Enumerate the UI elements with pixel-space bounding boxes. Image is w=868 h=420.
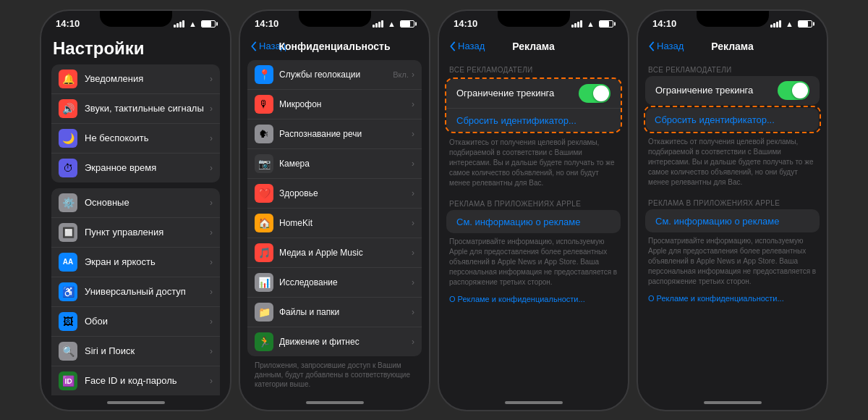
privacy-item-camera[interactable]: 📷 Камера ›: [247, 149, 422, 179]
ad-back-button-3[interactable]: Назад: [449, 41, 485, 51]
home-indicator-1: [41, 395, 230, 410]
privacy-item-files[interactable]: 📁 Файлы и папки ›: [247, 298, 422, 327]
apple-ads-desc-3: Просматривайте информацию, используемую …: [439, 234, 628, 293]
privacy-item-health[interactable]: ❤️ Здоровье ›: [247, 179, 422, 209]
privacy-item-research[interactable]: 📊 Исследование ›: [247, 268, 422, 298]
tracking-row-4[interactable]: Ограничение трекинга: [645, 76, 820, 105]
privacy-item-motion[interactable]: 🏃 Движение и фитнес ›: [247, 327, 422, 356]
apple-ads-desc-4: Просматривайте информацию, используемую …: [638, 233, 827, 293]
ad-nav-title-3: Реклама: [512, 41, 555, 52]
faceid-icon: 🆔: [59, 371, 77, 390]
apple-ads-label-3: См. информацию о рекламе: [456, 217, 581, 227]
phones-container: 14:10 ▲ Настройки 🔔: [0, 0, 868, 420]
settings-item-control[interactable]: 🔲 Пункт управления ›: [51, 218, 220, 248]
back-chevron-icon-4: [648, 41, 655, 51]
sounds-label: Звуки, тактильные сигналы: [85, 103, 210, 114]
motion-icon: 🏃: [255, 332, 273, 351]
microphone-label: Микрофон: [279, 99, 412, 109]
tracking-row-3[interactable]: Ограничение трекинга: [446, 79, 621, 108]
settings-content: Настройки 🔔 Уведомления › 🔊 Звуки, такти…: [41, 34, 230, 395]
location-label: Службы геолокации: [279, 70, 393, 80]
privacy-item-media[interactable]: 🎵 Медиа и Apple Music ›: [247, 238, 422, 268]
signal-icon-4: [770, 20, 781, 28]
settings-item-faceid[interactable]: 🆔 Face ID и код-пароль ›: [51, 366, 220, 395]
camera-label: Камера: [279, 159, 412, 169]
phone-3-advertising: 14:10 ▲ Назад Реклама В: [438, 9, 629, 411]
sounds-icon: 🔊: [59, 99, 77, 118]
microphone-icon: 🎙: [255, 95, 273, 114]
settings-item-sounds[interactable]: 🔊 Звуки, тактильные сигналы ›: [51, 94, 220, 124]
media-label: Медиа и Apple Music: [279, 248, 412, 258]
settings-item-general[interactable]: ⚙️ Основные ›: [51, 188, 220, 218]
phone-1-settings: 14:10 ▲ Настройки 🔔: [40, 9, 231, 411]
ad-nav-bar-4: Назад Реклама: [638, 34, 827, 60]
homekit-label: HomeKit: [279, 218, 412, 228]
time-3: 14:10: [454, 18, 477, 29]
battery-icon-1: [201, 20, 216, 28]
notifications-label: Уведомления: [85, 73, 210, 84]
battery-icon-4: [798, 20, 812, 28]
faceid-label: Face ID и код-пароль: [85, 375, 210, 386]
settings-item-siri[interactable]: 🔍 Siri и Поиск ›: [51, 337, 220, 366]
status-icons-3: ▲: [571, 20, 613, 28]
battery-icon-2: [400, 20, 414, 28]
settings-item-screen-time[interactable]: ⏱ Экранное время ›: [51, 154, 220, 182]
settings-item-accessibility[interactable]: ♿ Универсальный доступ ›: [51, 277, 220, 307]
apple-ads-section-title-4: РЕКЛАМА В ПРИЛОЖЕНИЯХ APPLE: [638, 193, 827, 209]
phone-4-advertising: 14:10 ▲ Назад Реклама В: [637, 9, 828, 411]
settings-item-notifications[interactable]: 🔔 Уведомления ›: [51, 64, 220, 94]
tracking-label-4: Ограничение трекинга: [655, 85, 753, 96]
reset-label-3: Сбросить идентификатор...: [456, 115, 576, 126]
screen-time-label: Экранное время: [85, 162, 210, 173]
motion-label: Движение и фитнес: [279, 337, 412, 347]
wifi-icon-3: ▲: [587, 20, 595, 28]
accessibility-icon: ♿: [59, 282, 77, 301]
ad-content-4: ВСЕ РЕКЛАМОДАТЕЛИ Ограничение трекинга С…: [638, 60, 827, 395]
wifi-icon-4: ▲: [786, 20, 793, 28]
research-icon: 📊: [255, 273, 273, 292]
privacy-item-microphone[interactable]: 🎙 Микрофон ›: [247, 90, 422, 119]
home-indicator-3: [439, 395, 628, 410]
back-chevron-icon-3: [449, 41, 456, 51]
reset-id-row-4[interactable]: Сбросить идентификатор...: [646, 108, 819, 131]
ad-section-title-4: ВСЕ РЕКЛАМОДАТЕЛИ: [638, 60, 827, 76]
privacy-item-homekit[interactable]: 🏠 HomeKit ›: [247, 209, 422, 238]
privacy-item-location[interactable]: 📍 Службы геолокации Вкл. ›: [247, 60, 422, 90]
ad-nav-bar-3: Назад Реклама: [439, 34, 628, 60]
ad-back-button-4[interactable]: Назад: [648, 41, 684, 51]
settings-item-wallpaper[interactable]: 🖼 Обои ›: [51, 307, 220, 337]
settings-item-display[interactable]: AA Экран и яркость ›: [51, 248, 220, 277]
reset-highlight-box-4: Сбросить идентификатор...: [644, 106, 821, 133]
health-icon: ❤️: [255, 184, 273, 203]
location-value: Вкл.: [393, 70, 409, 79]
display-label: Экран и яркость: [85, 256, 210, 267]
ad-content-3: ВСЕ РЕКЛАМОДАТЕЛИ Ограничение трекинга С…: [439, 60, 628, 395]
privacy-link-3[interactable]: О Рекламе и конфиденциальности...: [439, 293, 628, 306]
privacy-item-speech[interactable]: 🗣 Распознавание речи ›: [247, 119, 422, 149]
dnd-icon: 🌙: [59, 129, 77, 148]
settings-item-dnd[interactable]: 🌙 Не беспокоить ›: [51, 124, 220, 154]
tracking-toggle-3[interactable]: [579, 84, 610, 103]
apple-ads-label-4: См. информацию о рекламе: [655, 216, 780, 227]
ad-desc-3: Откажитесь от получения целевой рекламы,…: [439, 135, 628, 194]
signal-icon-1: [174, 20, 184, 28]
privacy-nav-bar: Назад Конфиденциальность: [240, 34, 429, 60]
main-settings-group: ⚙️ Основные › 🔲 Пункт управления › AA Эк…: [51, 188, 220, 395]
apple-ads-row-3[interactable]: См. информацию о рекламе: [446, 210, 621, 233]
privacy-main-list: 📍 Службы геолокации Вкл. › 🎙 Микрофон › …: [240, 60, 429, 356]
speech-icon: 🗣: [255, 125, 273, 143]
status-icons-2: ▲: [373, 20, 414, 28]
dnd-label: Не беспокоить: [85, 133, 210, 143]
ad-section-title-3: ВСЕ РЕКЛАМОДАТЕЛИ: [439, 60, 628, 76]
status-icons-1: ▲: [174, 20, 216, 28]
ad-nav-title-4: Реклама: [711, 41, 754, 52]
tracking-toggle-4[interactable]: [778, 81, 809, 100]
apple-ads-row-4[interactable]: См. информацию о рекламе: [645, 209, 820, 232]
general-icon: ⚙️: [59, 193, 77, 212]
reset-id-row-3[interactable]: Сбросить идентификатор...: [446, 108, 621, 132]
camera-icon: 📷: [255, 154, 273, 173]
privacy-footnote: Приложения, запросившие доступ к Вашим д…: [240, 356, 429, 393]
privacy-link-4[interactable]: О Рекламе и конфиденциальности...: [638, 293, 827, 306]
time-1: 14:10: [56, 18, 80, 29]
siri-label: Siri и Поиск: [85, 345, 210, 356]
